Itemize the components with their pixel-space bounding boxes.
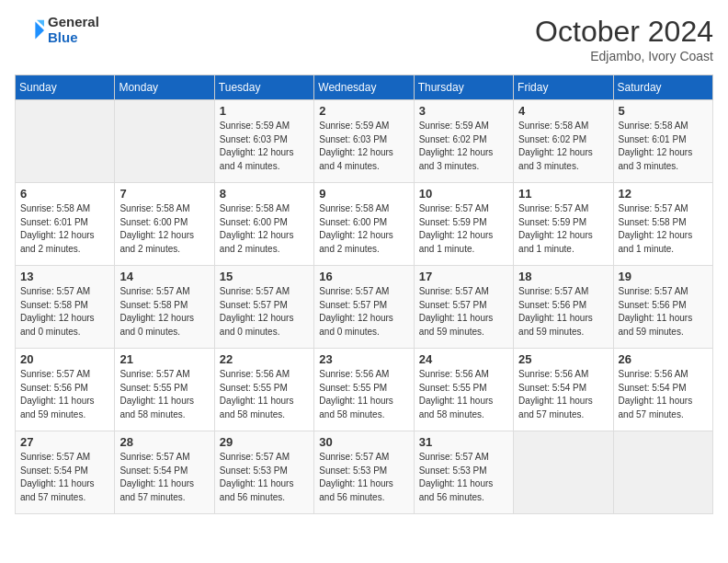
- calendar-cell: 30Sunrise: 5:57 AMSunset: 5:53 PMDayligh…: [314, 431, 414, 514]
- day-number: 17: [419, 270, 508, 283]
- day-info: Sunrise: 5:57 AMSunset: 5:54 PMDaylight:…: [20, 451, 109, 504]
- calendar-cell: 25Sunrise: 5:56 AMSunset: 5:54 PMDayligh…: [514, 349, 613, 431]
- calendar-cell: 7Sunrise: 5:58 AMSunset: 6:00 PMDaylight…: [115, 183, 214, 266]
- day-number: 24: [419, 352, 508, 366]
- day-info: Sunrise: 5:57 AMSunset: 5:53 PMDaylight:…: [419, 451, 508, 504]
- calendar-cell: 19Sunrise: 5:57 AMSunset: 5:56 PMDayligh…: [613, 266, 712, 349]
- day-info: Sunrise: 5:57 AMSunset: 5:58 PMDaylight:…: [119, 285, 209, 339]
- day-info: Sunrise: 5:57 AMSunset: 5:59 PMDaylight:…: [419, 202, 508, 256]
- day-info: Sunrise: 5:58 AMSunset: 6:00 PMDaylight:…: [119, 202, 209, 256]
- calendar-cell: 28Sunrise: 5:57 AMSunset: 5:54 PMDayligh…: [115, 431, 214, 514]
- day-info: Sunrise: 5:58 AMSunset: 6:00 PMDaylight:…: [220, 202, 309, 256]
- day-info: Sunrise: 5:57 AMSunset: 5:57 PMDaylight:…: [419, 285, 508, 339]
- weekday-header-thursday: Thursday: [414, 75, 513, 100]
- logo-text: General Blue: [48, 15, 99, 45]
- day-number: 23: [319, 352, 408, 366]
- day-number: 8: [220, 187, 309, 201]
- day-number: 6: [20, 187, 109, 201]
- day-number: 12: [619, 187, 708, 201]
- calendar-cell: 21Sunrise: 5:57 AMSunset: 5:55 PMDayligh…: [115, 349, 214, 431]
- calendar-cell: 8Sunrise: 5:58 AMSunset: 6:00 PMDaylight…: [214, 183, 313, 266]
- day-info: Sunrise: 5:58 AMSunset: 6:01 PMDaylight:…: [20, 202, 109, 256]
- calendar-cell: 6Sunrise: 5:58 AMSunset: 6:01 PMDaylight…: [16, 183, 115, 266]
- day-number: 1: [220, 104, 309, 118]
- day-info: Sunrise: 5:57 AMSunset: 5:53 PMDaylight:…: [220, 451, 309, 504]
- day-info: Sunrise: 5:56 AMSunset: 5:55 PMDaylight:…: [220, 368, 309, 421]
- logo-blue-text: Blue: [48, 30, 99, 46]
- calendar-cell: 26Sunrise: 5:56 AMSunset: 5:54 PMDayligh…: [613, 349, 712, 431]
- day-info: Sunrise: 5:56 AMSunset: 5:55 PMDaylight:…: [419, 368, 508, 421]
- day-number: 2: [319, 104, 408, 118]
- weekday-header-wednesday: Wednesday: [314, 75, 414, 100]
- day-info: Sunrise: 5:57 AMSunset: 5:56 PMDaylight:…: [518, 285, 608, 339]
- day-info: Sunrise: 5:59 AMSunset: 6:02 PMDaylight:…: [419, 120, 508, 173]
- calendar-cell: 23Sunrise: 5:56 AMSunset: 5:55 PMDayligh…: [314, 349, 414, 431]
- calendar-cell: 31Sunrise: 5:57 AMSunset: 5:53 PMDayligh…: [414, 431, 513, 514]
- day-info: Sunrise: 5:57 AMSunset: 5:57 PMDaylight:…: [220, 285, 309, 339]
- location: Edjambo, Ivory Coast: [535, 49, 713, 63]
- calendar-header: SundayMondayTuesdayWednesdayThursdayFrid…: [16, 75, 713, 100]
- weekday-header-sunday: Sunday: [16, 75, 115, 100]
- day-number: 9: [319, 187, 408, 201]
- day-number: 14: [119, 270, 209, 283]
- calendar-cell: [16, 100, 115, 183]
- day-info: Sunrise: 5:59 AMSunset: 6:03 PMDaylight:…: [220, 120, 309, 173]
- day-number: 21: [119, 352, 209, 366]
- day-info: Sunrise: 5:58 AMSunset: 6:01 PMDaylight:…: [619, 120, 708, 173]
- day-number: 16: [319, 270, 408, 283]
- day-info: Sunrise: 5:59 AMSunset: 6:03 PMDaylight:…: [319, 120, 408, 173]
- day-number: 11: [518, 187, 608, 201]
- calendar-week-row: 6Sunrise: 5:58 AMSunset: 6:01 PMDaylight…: [16, 183, 713, 266]
- calendar-cell: 2Sunrise: 5:59 AMSunset: 6:03 PMDaylight…: [314, 100, 414, 183]
- day-number: 31: [419, 435, 508, 449]
- weekday-header-tuesday: Tuesday: [214, 75, 313, 100]
- day-number: 25: [518, 352, 608, 366]
- calendar-cell: 17Sunrise: 5:57 AMSunset: 5:57 PMDayligh…: [414, 266, 513, 349]
- weekday-header-row: SundayMondayTuesdayWednesdayThursdayFrid…: [16, 75, 713, 100]
- calendar-cell: 27Sunrise: 5:57 AMSunset: 5:54 PMDayligh…: [16, 431, 115, 514]
- calendar-week-row: 13Sunrise: 5:57 AMSunset: 5:58 PMDayligh…: [16, 266, 713, 349]
- day-info: Sunrise: 5:57 AMSunset: 5:56 PMDaylight:…: [619, 285, 708, 339]
- day-number: 4: [518, 104, 608, 118]
- calendar-cell: 12Sunrise: 5:57 AMSunset: 5:58 PMDayligh…: [613, 183, 712, 266]
- calendar-cell: 5Sunrise: 5:58 AMSunset: 6:01 PMDaylight…: [613, 100, 712, 183]
- day-info: Sunrise: 5:56 AMSunset: 5:54 PMDaylight:…: [619, 368, 708, 421]
- title-area: October 2024 Edjambo, Ivory Coast: [535, 15, 713, 63]
- calendar-cell: 24Sunrise: 5:56 AMSunset: 5:55 PMDayligh…: [414, 349, 513, 431]
- calendar-cell: 22Sunrise: 5:56 AMSunset: 5:55 PMDayligh…: [214, 349, 313, 431]
- day-info: Sunrise: 5:57 AMSunset: 5:53 PMDaylight:…: [319, 451, 408, 504]
- calendar-cell: 4Sunrise: 5:58 AMSunset: 6:02 PMDaylight…: [514, 100, 613, 183]
- day-number: 20: [20, 352, 109, 366]
- day-info: Sunrise: 5:57 AMSunset: 5:58 PMDaylight:…: [20, 285, 109, 339]
- day-number: 26: [619, 352, 708, 366]
- calendar-table: SundayMondayTuesdayWednesdayThursdayFrid…: [15, 75, 713, 514]
- calendar-cell: 11Sunrise: 5:57 AMSunset: 5:59 PMDayligh…: [514, 183, 613, 266]
- day-number: 29: [220, 435, 309, 449]
- calendar-week-row: 1Sunrise: 5:59 AMSunset: 6:03 PMDaylight…: [16, 100, 713, 183]
- day-number: 3: [419, 104, 508, 118]
- day-number: 15: [220, 270, 309, 283]
- day-number: 18: [518, 270, 608, 283]
- calendar-cell: 3Sunrise: 5:59 AMSunset: 6:02 PMDaylight…: [414, 100, 513, 183]
- calendar-cell: 15Sunrise: 5:57 AMSunset: 5:57 PMDayligh…: [214, 266, 313, 349]
- day-info: Sunrise: 5:58 AMSunset: 6:00 PMDaylight:…: [319, 202, 408, 256]
- day-number: 30: [319, 435, 408, 449]
- day-number: 28: [119, 435, 209, 449]
- calendar-cell: [613, 431, 712, 514]
- day-info: Sunrise: 5:57 AMSunset: 5:56 PMDaylight:…: [20, 368, 109, 421]
- calendar-week-row: 20Sunrise: 5:57 AMSunset: 5:56 PMDayligh…: [16, 349, 713, 431]
- calendar-cell: 16Sunrise: 5:57 AMSunset: 5:57 PMDayligh…: [314, 266, 414, 349]
- day-number: 19: [619, 270, 708, 283]
- logo: General Blue: [15, 15, 99, 45]
- calendar-cell: 13Sunrise: 5:57 AMSunset: 5:58 PMDayligh…: [16, 266, 115, 349]
- logo-icon: [15, 16, 44, 45]
- day-number: 13: [20, 270, 109, 283]
- day-info: Sunrise: 5:56 AMSunset: 5:54 PMDaylight:…: [518, 368, 608, 421]
- day-info: Sunrise: 5:57 AMSunset: 5:59 PMDaylight:…: [518, 202, 608, 256]
- day-number: 10: [419, 187, 508, 201]
- calendar-body: 1Sunrise: 5:59 AMSunset: 6:03 PMDaylight…: [16, 100, 713, 514]
- calendar-cell: 14Sunrise: 5:57 AMSunset: 5:58 PMDayligh…: [115, 266, 214, 349]
- calendar-cell: 20Sunrise: 5:57 AMSunset: 5:56 PMDayligh…: [16, 349, 115, 431]
- calendar-cell: [115, 100, 214, 183]
- day-number: 7: [119, 187, 209, 201]
